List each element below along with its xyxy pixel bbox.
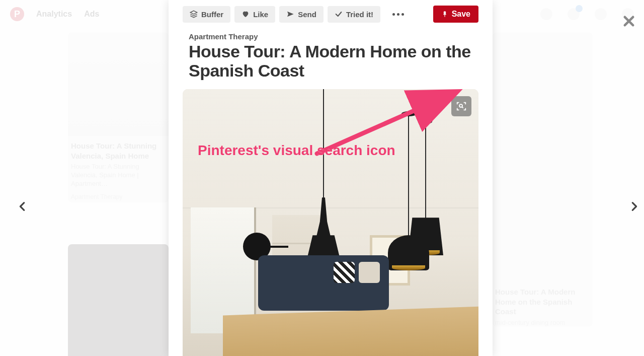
- tried-it-button[interactable]: Tried it!: [328, 6, 380, 23]
- svg-point-0: [459, 104, 462, 107]
- send-label: Send: [298, 10, 316, 19]
- ellipsis-icon: [392, 13, 395, 16]
- buffer-icon: [190, 10, 198, 18]
- chevron-right-icon: [628, 201, 639, 212]
- pin-title: House Tour: A Modern Home on the Spanish…: [189, 42, 472, 80]
- like-button[interactable]: Like: [234, 6, 275, 23]
- pin-icon: [441, 11, 448, 18]
- next-pin-button[interactable]: [626, 199, 641, 214]
- tried-it-label: Tried it!: [346, 10, 373, 19]
- check-icon: [335, 10, 343, 18]
- send-icon: [286, 10, 294, 18]
- buffer-label: Buffer: [201, 10, 223, 19]
- action-bar: Buffer Like Send Tried it! Save: [169, 0, 493, 25]
- prev-pin-button[interactable]: [15, 199, 30, 214]
- like-label: Like: [253, 10, 268, 19]
- room-photo: [183, 89, 478, 356]
- pin-modal: Buffer Like Send Tried it! Save Apartmen…: [169, 0, 493, 356]
- pin-image[interactable]: [183, 89, 478, 356]
- pin-meta: Apartment Therapy House Tour: A Modern H…: [169, 25, 493, 85]
- more-actions-button[interactable]: [384, 9, 412, 20]
- visual-search-button[interactable]: [451, 96, 471, 116]
- close-icon: [622, 14, 636, 28]
- pin-source[interactable]: Apartment Therapy: [189, 32, 472, 41]
- heart-icon: [242, 10, 250, 18]
- save-button[interactable]: Save: [433, 6, 478, 23]
- chevron-left-icon: [17, 201, 28, 212]
- visual-search-icon: [456, 101, 467, 112]
- send-button[interactable]: Send: [279, 6, 324, 23]
- save-label: Save: [452, 10, 470, 19]
- close-button[interactable]: [622, 14, 637, 29]
- buffer-button[interactable]: Buffer: [183, 6, 230, 23]
